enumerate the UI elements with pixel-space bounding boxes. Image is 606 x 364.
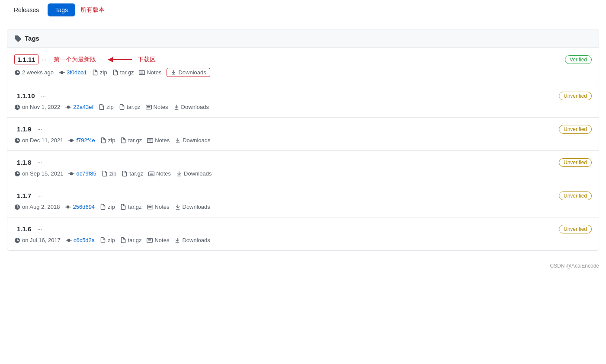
tag-commit: c6c5d2a	[66, 237, 95, 243]
targz-icon	[120, 204, 126, 210]
zip-link[interactable]: zip	[92, 69, 107, 76]
notes-link[interactable]: Notes	[147, 137, 170, 144]
commit-hash-link[interactable]: f792f4e	[76, 137, 95, 144]
tag-meta: on Nov 1, 2022 22a43ef zip tar.gz	[14, 104, 592, 110]
tag-version-label[interactable]: 1.1.8	[14, 158, 34, 167]
downloads-link[interactable]: Downloads	[173, 104, 209, 110]
tag-icon	[14, 35, 21, 42]
tag-version-label[interactable]: 1.1.9	[14, 125, 34, 134]
tag-ellipsis[interactable]: ···	[37, 192, 42, 199]
targz-link[interactable]: tar.gz	[120, 237, 142, 243]
tag-version-label[interactable]: 1.1.11	[14, 54, 38, 64]
tag-time: on Dec 11, 2021	[14, 137, 63, 144]
targz-link[interactable]: tar.gz	[112, 69, 134, 76]
badge-unverified: Unverified	[559, 125, 592, 134]
downloads-link[interactable]: Downloads	[174, 237, 210, 243]
tag-row-top: 1.1.10 ··· Unverified	[14, 91, 592, 100]
download-icon	[174, 237, 180, 243]
tag-meta: on Aug 2, 2018 256d694 zip tar.gz	[14, 204, 592, 210]
downloads-link[interactable]: Downloads	[176, 170, 212, 177]
tag-version-label[interactable]: 1.1.10	[14, 91, 38, 100]
targz-icon	[120, 237, 126, 243]
commit-icon	[65, 204, 71, 210]
zip-icon	[99, 104, 105, 110]
commit-hash-link[interactable]: c6c5d2a	[74, 237, 95, 243]
notes-link[interactable]: Notes	[148, 170, 171, 177]
tag-commit: 3f0dba1	[59, 69, 87, 76]
notes-link[interactable]: Notes	[147, 237, 169, 243]
notes-link[interactable]: Notes	[147, 204, 170, 210]
targz-link[interactable]: tar.gz	[120, 137, 142, 144]
tags-header: Tags	[7, 29, 599, 48]
top-nav: Releases Tags 所有版本	[0, 0, 606, 20]
zip-icon	[102, 171, 108, 177]
badge-verified: Verified	[565, 55, 592, 64]
targz-link[interactable]: tar.gz	[120, 204, 142, 210]
tag-row-top: 1.1.9 ··· Unverified	[14, 125, 592, 134]
clock-icon	[14, 237, 20, 243]
commit-hash-link[interactable]: 256d694	[73, 204, 95, 210]
notes-icon	[147, 237, 153, 243]
targz-link[interactable]: tar.gz	[119, 104, 141, 110]
tag-meta: on Dec 11, 2021 f792f4e zip tar.gz	[14, 137, 592, 144]
download-icon	[175, 204, 181, 210]
tag-time: on Sep 15, 2021	[14, 170, 63, 177]
downloads-link[interactable]: Downloads	[175, 137, 210, 144]
clock-icon	[14, 171, 20, 177]
zip-link[interactable]: zip	[100, 137, 115, 144]
annotation-latest: 第一个为最新版	[54, 56, 96, 64]
tag-ellipsis[interactable]: ···	[41, 93, 46, 99]
notes-link[interactable]: Notes	[139, 69, 161, 76]
cn-link[interactable]: 所有版本	[80, 6, 105, 14]
tag-version-label[interactable]: 1.1.6	[14, 224, 34, 233]
commit-hash-link[interactable]: 3f0dba1	[67, 69, 87, 76]
footer-credit: CSDN @AcaiEncode	[550, 263, 599, 269]
downloads-link[interactable]: Downloads	[175, 204, 210, 210]
tag-commit: f792f4e	[68, 137, 95, 144]
badge-unverified: Unverified	[559, 92, 592, 100]
download-icon	[173, 104, 180, 110]
targz-link[interactable]: tar.gz	[122, 170, 143, 177]
zip-icon	[100, 237, 106, 243]
tag-ellipsis[interactable]: ···	[37, 126, 42, 132]
zip-link[interactable]: zip	[102, 170, 117, 177]
notes-icon	[148, 171, 154, 177]
tag-time: on Nov 1, 2022	[14, 104, 60, 110]
notes-link[interactable]: Notes	[146, 104, 168, 110]
downloads-link[interactable]: Downloads	[167, 68, 210, 77]
targz-icon	[119, 104, 125, 110]
annotation-arrow-area: 下载区	[108, 55, 156, 64]
tag-row-left: 1.1.8 ···	[14, 158, 42, 167]
tag-ellipsis[interactable]: ···	[42, 56, 47, 63]
tags-container: Tags 1.1.11 ··· 第一个为最新版 下载区	[7, 29, 599, 251]
commit-hash-link[interactable]: 22a43ef	[73, 104, 93, 110]
zip-link[interactable]: zip	[100, 204, 115, 210]
tag-row-top: 1.1.6 ··· Unverified	[14, 224, 592, 233]
tag-row-left: 1.1.10 ···	[14, 91, 46, 100]
tag-row-left: 1.1.7 ···	[14, 191, 42, 200]
badge-unverified: Unverified	[559, 158, 592, 167]
download-icon	[176, 171, 182, 177]
zip-icon	[100, 204, 106, 210]
tags-header-title: Tags	[25, 35, 39, 42]
tag-row-left: 1.1.9 ···	[14, 125, 42, 134]
clock-icon	[14, 204, 20, 210]
commit-icon	[65, 104, 71, 110]
tag-time: 2 weeks ago	[14, 69, 54, 76]
tags-button[interactable]: Tags	[48, 3, 75, 16]
releases-button[interactable]: Releases	[7, 4, 46, 16]
commit-hash-link[interactable]: dc79f85	[76, 170, 96, 177]
tag-version-label[interactable]: 1.1.7	[14, 191, 34, 200]
zip-link[interactable]: zip	[99, 104, 114, 110]
download-icon	[175, 137, 181, 144]
notes-icon	[139, 70, 145, 76]
tag-ellipsis[interactable]: ···	[37, 226, 42, 232]
tag-row: 1.1.6 ··· Unverified on Jul 16, 2017 c6c…	[7, 217, 599, 250]
zip-link[interactable]: zip	[100, 237, 115, 243]
tag-ellipsis[interactable]: ···	[37, 159, 42, 166]
notes-icon	[146, 104, 152, 110]
tag-meta: on Jul 16, 2017 c6c5d2a zip tar.gz	[14, 237, 592, 243]
tag-meta: 2 weeks ago 3f0dba1 zip tar.gz	[14, 68, 592, 77]
download-icon	[170, 70, 176, 76]
clock-icon	[14, 137, 20, 144]
